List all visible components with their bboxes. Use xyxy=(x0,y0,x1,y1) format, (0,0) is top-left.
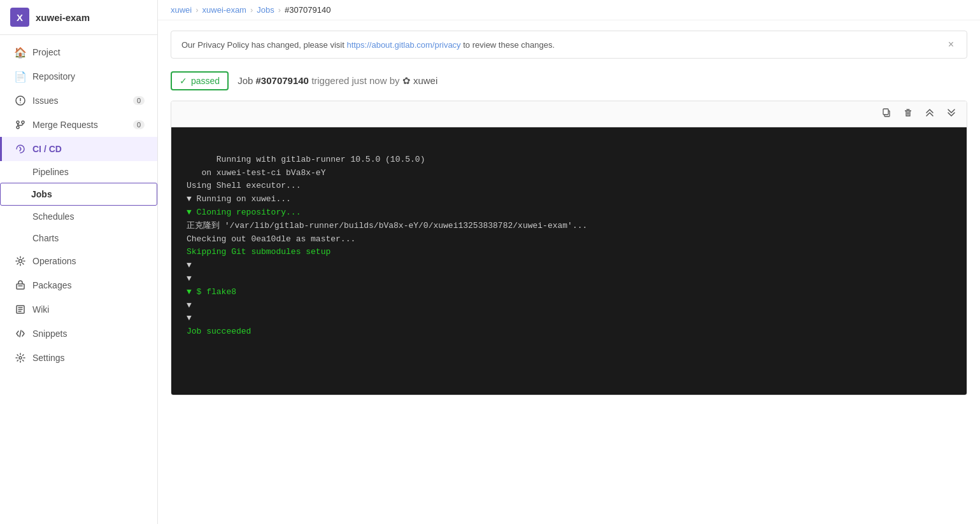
sidebar-title: xuwei-exam xyxy=(36,12,90,23)
username: xuwei xyxy=(413,75,437,86)
terminal-toolbar xyxy=(171,101,967,127)
sidebar-item-issues[interactable]: Issues 0 xyxy=(0,89,157,113)
svg-point-3 xyxy=(17,121,19,124)
charts-label: Charts xyxy=(32,233,59,243)
breadcrumb-job-id: #307079140 xyxy=(285,5,330,15)
sidebar-item-project[interactable]: 🏠 Project xyxy=(0,40,157,64)
issues-icon xyxy=(15,95,26,106)
terminal-output: Running with gitlab-runner 10.5.0 (10.5.… xyxy=(171,127,967,395)
notice-text-after: to review these changes. xyxy=(463,40,555,50)
jobs-label: Jobs xyxy=(31,189,52,199)
scroll-bottom-button[interactable] xyxy=(944,106,959,122)
breadcrumb-jobs[interactable]: Jobs xyxy=(257,5,274,15)
sidebar-item-label: Wiki xyxy=(32,304,49,315)
breadcrumb-xuwei-exam[interactable]: xuwei-exam xyxy=(202,5,246,15)
breadcrumb-xuwei[interactable]: xuwei xyxy=(171,5,192,15)
sidebar-header: X xuwei-exam xyxy=(0,0,157,35)
sidebar-item-label: Snippets xyxy=(32,329,67,339)
sidebar-item-operations[interactable]: Operations xyxy=(0,249,157,273)
terminal-container: Running with gitlab-runner 10.5.0 (10.5.… xyxy=(171,101,967,395)
sidebar: X xuwei-exam 🏠 Project 📄 Repository Issu… xyxy=(0,0,158,524)
sidebar-item-cicd[interactable]: CI / CD xyxy=(0,137,157,161)
svg-point-2 xyxy=(20,103,21,104)
sidebar-item-label: Merge Requests xyxy=(32,120,98,130)
erase-log-button[interactable] xyxy=(900,106,916,122)
job-number: #307079140 xyxy=(256,75,309,86)
sidebar-item-label: Repository xyxy=(32,71,75,81)
sidebar-item-jobs[interactable]: Jobs xyxy=(0,183,157,206)
sidebar-item-packages[interactable]: Packages xyxy=(0,273,157,297)
svg-rect-1 xyxy=(20,98,21,101)
notice-link[interactable]: https://about.gitlab.com/privacy xyxy=(346,40,460,50)
merge-icon xyxy=(15,119,26,131)
snippets-icon xyxy=(15,328,26,339)
trigger-info: triggered just now by xyxy=(311,75,402,86)
sidebar-item-label: Project xyxy=(32,47,60,57)
svg-point-9 xyxy=(19,357,22,359)
sidebar-item-label: Settings xyxy=(32,353,65,363)
copy-log-button[interactable] xyxy=(879,106,894,122)
cicd-subnav: Pipelines Jobs Schedules Charts xyxy=(0,161,157,249)
user-avatar-icon: ✿ xyxy=(402,75,411,86)
avatar: X xyxy=(10,8,29,27)
operations-icon xyxy=(15,255,26,267)
breadcrumb: xuwei › xuwei-exam › Jobs › #307079140 xyxy=(158,0,980,20)
main-content: xuwei › xuwei-exam › Jobs › #307079140 O… xyxy=(158,0,980,524)
check-icon: ✓ xyxy=(180,76,187,86)
schedules-label: Schedules xyxy=(32,211,74,222)
notice-banner: Our Privacy Policy has changed, please v… xyxy=(171,31,967,59)
notice-text: Our Privacy Policy has changed, please v… xyxy=(181,40,346,50)
sidebar-item-schedules[interactable]: Schedules xyxy=(0,206,157,227)
sidebar-item-pipelines[interactable]: Pipelines xyxy=(0,161,157,183)
file-icon: 📄 xyxy=(15,71,26,82)
sidebar-item-label: Operations xyxy=(32,256,76,266)
job-header: ✓ passed Job #307079140 triggered just n… xyxy=(171,71,967,101)
svg-point-6 xyxy=(19,260,22,263)
sidebar-item-label: Issues xyxy=(32,96,58,106)
svg-rect-7 xyxy=(17,284,24,289)
status-badge: ✓ passed xyxy=(171,71,229,90)
sidebar-item-label: Packages xyxy=(32,280,71,290)
svg-rect-11 xyxy=(883,109,888,115)
merge-badge: 0 xyxy=(133,120,145,129)
pipelines-label: Pipelines xyxy=(32,167,69,177)
notice-close-button[interactable]: × xyxy=(946,39,956,50)
svg-point-5 xyxy=(17,126,19,129)
svg-point-4 xyxy=(22,121,24,124)
sidebar-item-label: CI / CD xyxy=(32,144,62,154)
sidebar-item-settings[interactable]: Settings xyxy=(0,346,157,370)
home-icon: 🏠 xyxy=(15,46,26,58)
job-info: Job #307079140 triggered just now by ✿ x… xyxy=(238,75,437,87)
sidebar-item-snippets[interactable]: Snippets xyxy=(0,322,157,346)
sidebar-item-merge-requests[interactable]: Merge Requests 0 xyxy=(0,113,157,137)
issues-badge: 0 xyxy=(133,96,145,105)
status-text: passed xyxy=(191,76,220,86)
settings-icon xyxy=(15,352,26,364)
wiki-icon xyxy=(15,304,26,315)
packages-icon xyxy=(15,280,26,291)
sidebar-item-wiki[interactable]: Wiki xyxy=(0,297,157,322)
cicd-icon xyxy=(15,143,26,155)
sidebar-item-repository[interactable]: 📄 Repository xyxy=(0,64,157,89)
scroll-top-button[interactable] xyxy=(922,106,937,122)
sidebar-nav: 🏠 Project 📄 Repository Issues 0 Merge Re… xyxy=(0,35,157,524)
sidebar-item-charts[interactable]: Charts xyxy=(0,227,157,249)
